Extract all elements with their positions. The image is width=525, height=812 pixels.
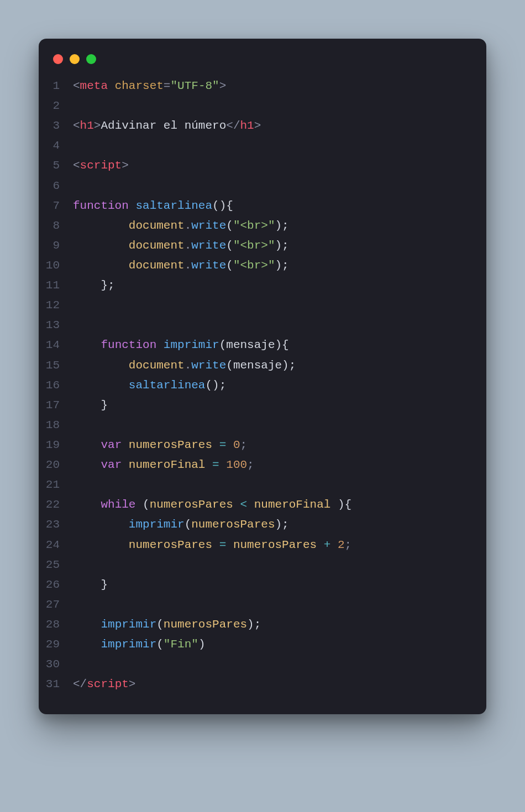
code-line[interactable]: 23 imprimir(numerosPares); (45, 515, 472, 535)
code-line[interactable]: 12 (45, 296, 472, 315)
code-line[interactable]: 31</script> (45, 674, 472, 694)
line-content[interactable]: document.write("<br>"); (73, 236, 289, 256)
line-number: 3 (45, 116, 73, 136)
line-content[interactable] (73, 176, 80, 196)
line-number: 4 (45, 136, 73, 156)
token-fn-name: imprimir (101, 618, 156, 631)
code-line[interactable]: 17 } (45, 396, 472, 415)
line-content[interactable]: function saltarlinea(){ (73, 196, 233, 216)
line-content[interactable] (73, 475, 80, 495)
code-line[interactable]: 25 (45, 555, 472, 575)
token-tag-name: script (80, 159, 122, 172)
line-number: 17 (45, 396, 73, 415)
code-line[interactable]: 7function saltarlinea(){ (45, 196, 472, 216)
line-content[interactable]: imprimir("Fin") (73, 635, 205, 655)
line-content[interactable]: <script> (73, 156, 129, 176)
line-number: 22 (45, 495, 73, 515)
token-punct: </ (73, 678, 87, 690)
code-line[interactable]: 24 numerosPares = numerosPares + 2; (45, 535, 472, 555)
code-line[interactable]: 16 saltarlinea(); (45, 376, 472, 396)
code-line[interactable]: 21 (45, 475, 472, 495)
line-content[interactable]: while (numerosPares < numeroFinal ){ (73, 495, 351, 515)
code-editor[interactable]: 1<meta charset="UTF-8">2 3<h1>Adivinar e… (39, 76, 486, 694)
token-ident: numerosPares (129, 439, 212, 451)
code-line[interactable]: 4 (45, 136, 472, 156)
line-content[interactable]: imprimir(numerosPares); (73, 615, 261, 635)
token-keyword: var (101, 439, 122, 451)
token-punct: . (185, 239, 192, 252)
line-number: 7 (45, 196, 73, 216)
token-brace: ( (156, 638, 164, 651)
code-line[interactable]: 6 (45, 176, 472, 196)
code-line[interactable]: 13 (45, 315, 472, 335)
line-content[interactable] (73, 415, 80, 435)
minimize-icon[interactable] (70, 54, 80, 64)
line-number: 20 (45, 455, 73, 475)
line-content[interactable]: }; (73, 276, 115, 296)
line-content[interactable]: document.write("<br>"); (73, 216, 289, 236)
maximize-icon[interactable] (86, 54, 96, 64)
line-content[interactable]: } (73, 575, 108, 595)
code-line[interactable]: 15 document.write(mensaje); (45, 356, 472, 376)
code-line[interactable]: 22 while (numerosPares < numeroFinal ){ (45, 495, 472, 515)
line-content[interactable]: var numerosPares = 0; (73, 435, 247, 455)
code-line[interactable]: 9 document.write("<br>"); (45, 236, 472, 256)
token-string: "<br>" (233, 219, 275, 232)
line-number: 1 (45, 76, 73, 96)
close-icon[interactable] (53, 54, 63, 64)
line-content[interactable]: <meta charset="UTF-8"> (73, 76, 226, 96)
code-line[interactable]: 18 (45, 415, 472, 435)
line-content[interactable] (73, 595, 80, 615)
token-ident: numerosPares (233, 539, 317, 551)
line-content[interactable] (73, 655, 80, 674)
token-fn-name: imprimir (129, 518, 185, 531)
token-op: = (219, 439, 227, 451)
line-content[interactable]: saltarlinea(); (73, 376, 226, 396)
token-tag-name: h1 (80, 119, 94, 132)
line-content[interactable] (73, 136, 80, 156)
line-content[interactable]: </script> (73, 674, 135, 694)
line-content[interactable]: var numeroFinal = 100; (73, 455, 254, 475)
code-line[interactable]: 8 document.write("<br>"); (45, 216, 472, 236)
code-line[interactable]: 10 document.write("<br>"); (45, 256, 472, 276)
token-punct: > (129, 678, 136, 690)
code-line[interactable]: 5<script> (45, 156, 472, 176)
code-line[interactable]: 27 (45, 595, 472, 615)
token-brace: ); (275, 239, 289, 252)
code-line[interactable]: 20 var numeroFinal = 100; (45, 455, 472, 475)
window-controls (39, 52, 486, 76)
code-line[interactable]: 2 (45, 96, 472, 116)
code-line[interactable]: 3<h1>Adivinar el número</h1> (45, 116, 472, 136)
token-attr-name: charset (115, 80, 164, 92)
line-content[interactable] (73, 315, 80, 335)
line-content[interactable]: imprimir(numerosPares); (73, 515, 289, 535)
token-string: "<br>" (233, 239, 275, 252)
token-brace: } (73, 399, 108, 412)
token-num: 100 (226, 458, 247, 471)
code-line[interactable]: 28 imprimir(numerosPares); (45, 615, 472, 635)
line-number: 10 (45, 256, 73, 276)
line-content[interactable]: numerosPares = numerosPares + 2; (73, 535, 351, 555)
token-param: mensaje (233, 359, 282, 372)
line-content[interactable]: document.write(mensaje); (73, 356, 296, 376)
token-brace: ); (282, 359, 296, 372)
code-line[interactable]: 30 (45, 655, 472, 674)
code-line[interactable]: 11 }; (45, 276, 472, 296)
line-content[interactable] (73, 555, 80, 575)
line-content[interactable]: } (73, 396, 108, 415)
line-content[interactable] (73, 296, 80, 315)
line-content[interactable] (73, 96, 80, 116)
token-num: 0 (233, 439, 240, 451)
line-content[interactable]: document.write("<br>"); (73, 256, 289, 276)
token-brace: ( (226, 259, 233, 272)
token-num: 2 (338, 539, 345, 551)
code-line[interactable]: 14 function imprimir(mensaje){ (45, 335, 472, 355)
token-punct: > (219, 80, 227, 92)
code-line[interactable]: 19 var numerosPares = 0; (45, 435, 472, 455)
line-number: 16 (45, 376, 73, 396)
line-content[interactable]: function imprimir(mensaje){ (73, 335, 289, 355)
code-line[interactable]: 29 imprimir("Fin") (45, 635, 472, 655)
code-line[interactable]: 1<meta charset="UTF-8"> (45, 76, 472, 96)
code-line[interactable]: 26 } (45, 575, 472, 595)
line-content[interactable]: <h1>Adivinar el número</h1> (73, 116, 261, 136)
